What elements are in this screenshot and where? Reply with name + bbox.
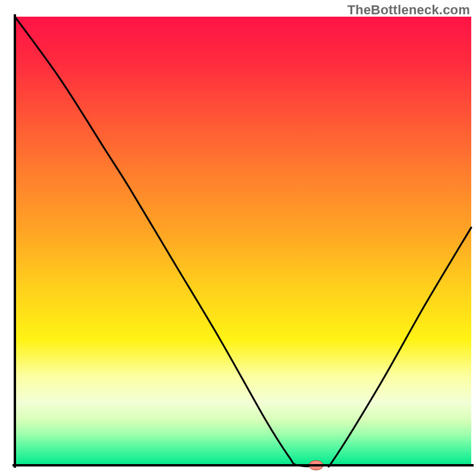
bottleneck-chart: TheBottleneck.com	[0, 0, 476, 476]
watermark-text: TheBottleneck.com	[347, 2, 470, 18]
chart-svg	[0, 0, 476, 476]
plot-background	[15, 17, 471, 465]
